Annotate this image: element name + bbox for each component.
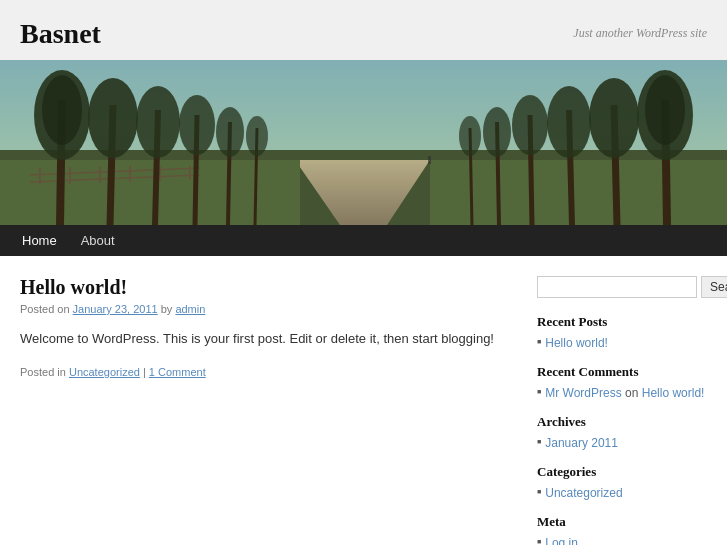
post-footer: Posted in Uncategorized | 1 Comment	[20, 366, 517, 378]
search-input[interactable]	[537, 276, 697, 298]
categories-list: Uncategorized	[537, 486, 707, 500]
nav-link-about[interactable]: About	[69, 225, 127, 256]
list-item: January 2011	[537, 436, 707, 450]
post-category-link[interactable]: Uncategorized	[69, 366, 140, 378]
recent-comments-section: Recent Comments Mr WordPress on Hello wo…	[537, 364, 707, 400]
post-author-link[interactable]: admin	[175, 303, 205, 315]
nav-item-home[interactable]: Home	[10, 225, 69, 256]
comment-post-link[interactable]: Hello world!	[642, 386, 705, 400]
hero-image	[0, 60, 727, 225]
recent-posts-list: Hello world!	[537, 336, 707, 350]
meta-login-link[interactable]: Log in	[545, 536, 578, 545]
archives-section: Archives January 2011	[537, 414, 707, 450]
posted-on-label: Posted on	[20, 303, 70, 315]
list-item: Uncategorized	[537, 486, 707, 500]
sidebar-search-form: Search	[537, 276, 707, 298]
sidebar: Search Recent Posts Hello world! Recent …	[537, 276, 707, 545]
meta-title: Meta	[537, 514, 707, 530]
recent-posts-title: Recent Posts	[537, 314, 707, 330]
by-label: by	[161, 303, 176, 315]
site-description: Just another WordPress site	[573, 26, 707, 41]
post-title: Hello world!	[20, 276, 517, 299]
meta-list: Log in Entries RSS Comments RSS WordPres…	[537, 536, 707, 545]
post-content: Welcome to WordPress. This is your first…	[20, 329, 517, 350]
post-date-link[interactable]: January 23, 2011	[73, 303, 158, 315]
svg-rect-40	[0, 60, 727, 225]
site-title: Basnet	[20, 18, 101, 50]
archives-list: January 2011	[537, 436, 707, 450]
meta-section: Meta Log in Entries RSS Comments RSS Wor…	[537, 514, 707, 545]
archive-link[interactable]: January 2011	[545, 436, 618, 450]
nav-item-about[interactable]: About	[69, 225, 127, 256]
recent-posts-section: Recent Posts Hello world!	[537, 314, 707, 350]
category-link[interactable]: Uncategorized	[545, 486, 622, 500]
categories-section: Categories Uncategorized	[537, 464, 707, 500]
post-comment-link[interactable]: 1 Comment	[149, 366, 206, 378]
list-item: Hello world!	[537, 336, 707, 350]
search-button[interactable]: Search	[701, 276, 727, 298]
comment-on-label: on	[625, 386, 638, 400]
recent-post-link[interactable]: Hello world!	[545, 336, 608, 350]
list-item: Log in	[537, 536, 707, 545]
categories-title: Categories	[537, 464, 707, 480]
list-item: Mr WordPress on Hello world!	[537, 386, 707, 400]
comment-author-link[interactable]: Mr WordPress	[545, 386, 621, 400]
nav-link-home[interactable]: Home	[10, 225, 69, 256]
recent-comments-title: Recent Comments	[537, 364, 707, 380]
post-meta: Posted on January 23, 2011 by admin	[20, 303, 517, 315]
recent-comments-list: Mr WordPress on Hello world!	[537, 386, 707, 400]
archives-title: Archives	[537, 414, 707, 430]
posted-in-label: Posted in	[20, 366, 66, 378]
nav-bar: Home About	[0, 225, 727, 256]
main-content: Hello world! Posted on January 23, 2011 …	[20, 276, 517, 545]
